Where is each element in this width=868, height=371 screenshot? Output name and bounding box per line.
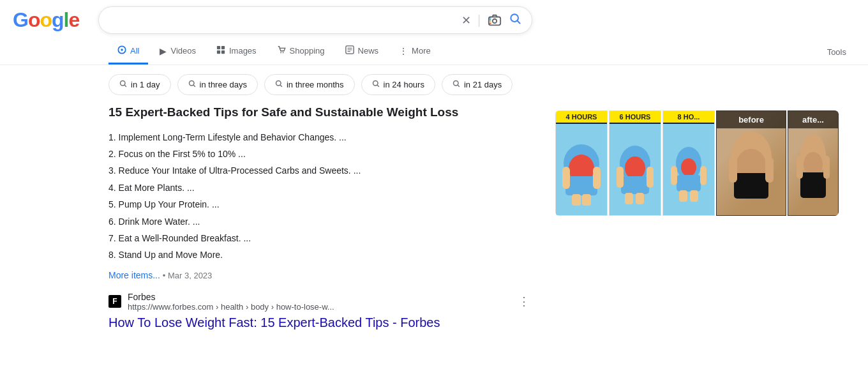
divider: | [477, 13, 481, 27]
search-button-icon[interactable] [509, 12, 521, 28]
after-label: afte... [788, 111, 838, 128]
svg-rect-54 [729, 157, 737, 183]
nav-item-more[interactable]: ⋮ More [390, 40, 440, 64]
svg-point-15 [282, 52, 283, 54]
svg-rect-36 [582, 194, 591, 206]
nav-news-label: News [358, 46, 379, 56]
chip-21days[interactable]: in 21 days [442, 74, 513, 95]
main-content: 15 Expert-Backed Tips for Safe and Susta… [0, 104, 868, 344]
list-item: 8. Stand Up and Move More. [108, 248, 530, 262]
chip-search-icon-2 [275, 80, 283, 89]
svg-rect-35 [572, 194, 581, 206]
img-col-6h: 6 HOURS [609, 110, 661, 216]
svg-rect-55 [765, 157, 774, 183]
source-favicon: F [108, 295, 121, 308]
nav-item-news[interactable]: News [336, 39, 388, 64]
chip-label-3: in 24 hours [384, 80, 424, 89]
nav-item-images[interactable]: Images [207, 39, 266, 64]
logo-letter-o2: o [40, 8, 52, 32]
result-title: 15 Expert-Backed Tips for Safe and Susta… [108, 104, 530, 121]
google-logo: Google [13, 8, 79, 32]
svg-rect-39 [621, 176, 649, 194]
chip-search-icon-0 [119, 80, 127, 89]
nav-item-videos[interactable]: ▶ Videos [151, 40, 205, 64]
svg-rect-60 [823, 156, 830, 179]
svg-rect-53 [734, 173, 768, 199]
search-results: 15 Expert-Backed Tips for Safe and Susta… [108, 104, 530, 331]
clear-icon[interactable]: ✕ [461, 13, 471, 27]
chip-1day[interactable]: in 1 day [108, 74, 171, 95]
img-col-4h: 4 HOURS [555, 110, 608, 216]
svg-rect-10 [217, 46, 220, 49]
body-figure-8h [663, 124, 714, 215]
search-input[interactable]: how to lose weight fast [109, 15, 455, 26]
list-item: 3. Reduce Your Intake of Ultra-Processed… [108, 163, 530, 178]
svg-rect-43 [636, 193, 644, 204]
svg-rect-49 [679, 190, 687, 202]
list-item: 4. Eat More Plants. ... [108, 181, 530, 195]
svg-point-14 [280, 52, 281, 54]
svg-line-25 [280, 85, 281, 86]
svg-rect-4 [490, 20, 491, 22]
svg-rect-40 [617, 167, 624, 188]
header: Google how to lose weight fast ✕ | [0, 0, 868, 34]
img-before: before [716, 110, 786, 216]
svg-rect-32 [565, 176, 597, 195]
before-label: before [717, 111, 786, 128]
source-url: https://www.forbes.com › health › body ›… [128, 302, 334, 312]
nav-item-shopping[interactable]: Shopping [268, 39, 334, 64]
result-date: • Mar 3, 2023 [163, 271, 213, 280]
chip-search-icon-3 [372, 80, 380, 89]
svg-rect-2 [490, 17, 491, 19]
svg-line-21 [124, 85, 126, 86]
svg-rect-33 [562, 167, 570, 189]
logo-letter-g: G [13, 8, 28, 32]
svg-rect-41 [647, 167, 654, 188]
chip-label-1: in three days [200, 80, 247, 89]
img-col-8h: 8 HO... [662, 110, 715, 216]
svg-rect-46 [677, 175, 701, 192]
tools-button[interactable]: Tools [818, 41, 855, 63]
more-items-link[interactable]: More items... [108, 270, 160, 280]
list-item: 2. Focus on the First 5% to 10% ... [108, 147, 530, 161]
camera-icon[interactable] [487, 13, 502, 28]
nav-videos-label: Videos [170, 46, 196, 56]
body-figure-6h [610, 124, 661, 215]
chip-threedays[interactable]: in three days [177, 74, 258, 95]
svg-rect-3 [490, 19, 491, 20]
svg-rect-58 [800, 172, 826, 198]
svg-rect-12 [217, 50, 220, 54]
svg-rect-13 [221, 50, 225, 54]
chip-search-icon-4 [453, 80, 460, 89]
nav-images-label: Images [229, 46, 257, 56]
chip-label-2: in three months [287, 80, 344, 89]
svg-rect-42 [625, 193, 633, 204]
source-more-button[interactable]: ⋮ [518, 294, 530, 308]
svg-line-7 [518, 21, 520, 24]
image-panel: 4 HOURS 6 HOURS [555, 110, 839, 331]
hours-label-4: 4 HOURS [556, 111, 607, 124]
svg-line-27 [377, 85, 378, 86]
videos-icon: ▶ [160, 46, 167, 56]
nav-more-label: More [412, 46, 431, 56]
source-name: Forbes [128, 292, 334, 302]
list-item: 7. Eat a Well-Rounded Breakfast. ... [108, 231, 530, 245]
svg-rect-34 [593, 167, 601, 189]
search-bar: how to lose weight fast ✕ | [98, 6, 532, 34]
search-bar-icons: ✕ | [461, 12, 521, 28]
more-icon: ⋮ [399, 46, 408, 56]
chips-bar: in 1 day in three days in three months i… [0, 65, 868, 104]
source-info: Forbes https://www.forbes.com › health ›… [128, 292, 334, 312]
svg-point-9 [121, 49, 123, 51]
source-row: F Forbes https://www.forbes.com › health… [108, 292, 530, 312]
svg-rect-48 [700, 166, 707, 185]
svg-rect-47 [671, 166, 677, 185]
result-link[interactable]: How To Lose Weight Fast: 15 Expert-Backe… [108, 314, 530, 331]
nav-item-all[interactable]: All [108, 39, 148, 64]
chip-24hours[interactable]: in 24 hours [361, 74, 435, 95]
logo-letter-o1: o [28, 8, 40, 32]
chip-label-0: in 1 day [131, 80, 160, 89]
svg-rect-50 [690, 190, 698, 202]
nav-bar: All ▶ Videos Images Shopping [0, 34, 868, 65]
chip-threemonths[interactable]: in three months [264, 74, 355, 95]
